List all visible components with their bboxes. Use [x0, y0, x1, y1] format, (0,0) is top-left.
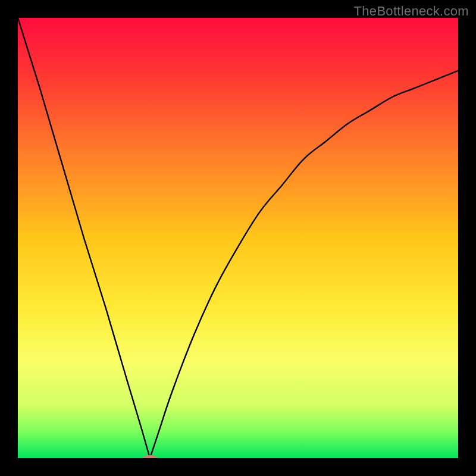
- chart-svg: [18, 18, 458, 458]
- watermark-label: TheBottleneck.com: [354, 4, 469, 19]
- frame: TheBottleneck.com: [0, 0, 476, 476]
- chart-plot-area: [18, 18, 458, 458]
